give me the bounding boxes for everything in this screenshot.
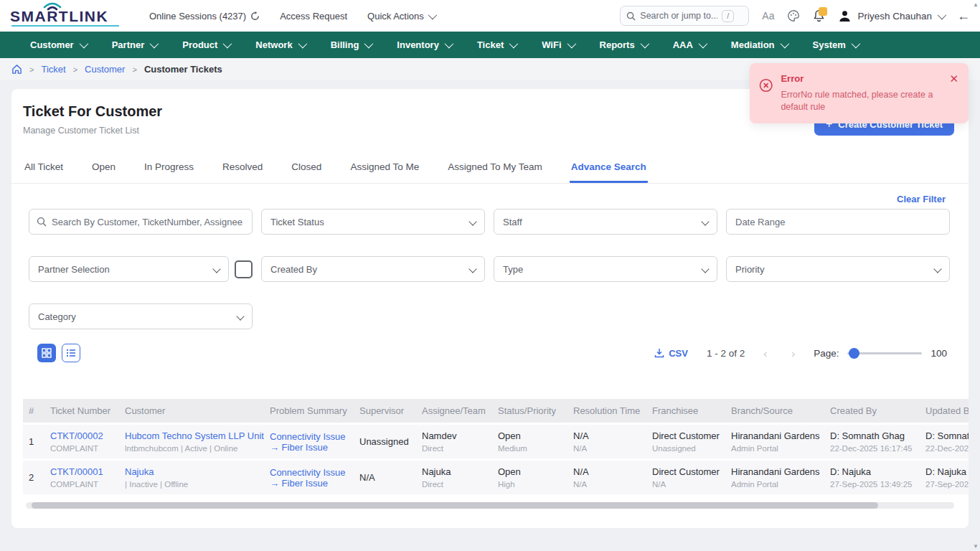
page-title: Ticket For Customer xyxy=(23,103,162,120)
toast-close-icon[interactable]: ✕ xyxy=(949,73,958,113)
category-dropdown[interactable]: Category xyxy=(29,303,253,329)
table-row[interactable]: 2 CTKT/00001COMPLAINT Najuka| Inactive |… xyxy=(23,461,969,494)
nav-billing[interactable]: Billing xyxy=(331,39,372,50)
clear-filter-link[interactable]: Clear Filter xyxy=(897,194,946,204)
notifications-bell-icon[interactable] xyxy=(813,9,825,22)
error-toast: Error ErrorNo rule matched, please creat… xyxy=(750,63,969,123)
status-cell: Open xyxy=(498,466,562,477)
scroll-down-arrow[interactable]: ▼ xyxy=(973,543,979,550)
problem-summary-link[interactable]: Connectivity Issue xyxy=(270,467,348,478)
page-size-label: Page: xyxy=(814,348,839,359)
slider-knob[interactable] xyxy=(849,348,859,359)
grid-icon xyxy=(42,348,52,358)
refresh-icon[interactable] xyxy=(250,11,260,21)
breadcrumb-ticket[interactable]: Ticket xyxy=(41,64,65,75)
row-index: 1 xyxy=(29,436,39,447)
tab-in-progress[interactable]: In Progress xyxy=(143,154,195,183)
search-icon xyxy=(37,217,47,227)
scroll-up-arrow[interactable]: ▲ xyxy=(973,1,979,8)
chevron-down-icon xyxy=(567,39,576,49)
customer-link[interactable]: Najuka xyxy=(125,466,258,477)
created-by-cell: D: Najuka xyxy=(830,466,914,477)
tab-advance-search[interactable]: Advance Search xyxy=(570,154,648,183)
branch-cell: Hiranandani Gardens xyxy=(731,430,819,441)
nav-product[interactable]: Product xyxy=(182,39,230,50)
nav-system[interactable]: System xyxy=(813,39,858,50)
chevron-down-icon xyxy=(780,39,789,49)
customer-link[interactable]: Hubcom Techno System LLP Unit xyxy=(125,430,258,441)
ticket-number-link[interactable]: CTKT/00001 xyxy=(50,466,113,477)
date-range-field[interactable] xyxy=(726,209,950,235)
chevron-down-icon xyxy=(223,39,232,49)
list-view-button[interactable] xyxy=(62,344,80,362)
global-search-input[interactable] xyxy=(640,11,717,21)
staff-dropdown[interactable]: Staff xyxy=(494,209,717,235)
chevron-down-icon xyxy=(509,39,519,49)
nav-network[interactable]: Network xyxy=(255,39,304,50)
tab-open[interactable]: Open xyxy=(90,154,117,183)
partner-selection-dropdown[interactable]: Partner Selection xyxy=(29,256,229,282)
table-row[interactable]: 1 CTKT/00002COMPLAINT Hubcom Techno Syst… xyxy=(23,425,969,458)
quick-actions-menu[interactable]: Quick Actions xyxy=(367,11,435,22)
smartlink-logo[interactable]: SMARTLINK xyxy=(10,1,131,30)
page-size-slider[interactable] xyxy=(847,352,922,354)
tab-all-ticket[interactable]: All Ticket xyxy=(23,154,65,183)
ticket-tabs: All Ticket Open In Progress Resolved Clo… xyxy=(11,154,969,184)
col-header-problem-summary: Problem Summary xyxy=(264,399,354,423)
tab-assigned-to-me[interactable]: Assigned To Me xyxy=(349,154,420,183)
global-search[interactable]: / xyxy=(620,6,749,26)
logo-text: SMARTLINK xyxy=(10,8,108,25)
resolution-cell: N/A xyxy=(573,466,641,477)
next-page-icon[interactable]: › xyxy=(791,347,795,359)
nav-customer[interactable]: Customer xyxy=(30,39,86,50)
grid-view-button[interactable] xyxy=(37,344,56,362)
tab-assigned-to-my-team[interactable]: Assigned To My Team xyxy=(446,154,544,183)
page-size-value: 100 xyxy=(930,348,947,359)
prev-page-icon[interactable]: ‹ xyxy=(763,347,767,359)
problem-summary-link[interactable]: Connectivity Issue xyxy=(270,431,348,442)
back-arrow-icon[interactable]: ← xyxy=(957,9,970,24)
user-name: Priyesh Chauhan xyxy=(857,11,932,22)
online-sessions[interactable]: Online Sessions (4237) xyxy=(149,11,260,22)
nav-wifi[interactable]: WiFi xyxy=(542,39,573,50)
type-dropdown[interactable]: Type xyxy=(494,256,717,282)
nav-inventory[interactable]: Inventory xyxy=(397,39,451,50)
branch-cell: Hiranandani Gardens xyxy=(731,466,819,477)
col-header-ticket-number: Ticket Number xyxy=(44,399,119,423)
priority-dropdown[interactable]: Priority xyxy=(726,256,950,282)
page-subtitle: Manage Customer Ticket List xyxy=(23,126,162,136)
text-size-toggle[interactable]: Aa xyxy=(762,10,774,22)
nav-reports[interactable]: Reports xyxy=(600,39,647,50)
breadcrumb-separator: > xyxy=(132,65,136,74)
pagination-range: 1 - 2 of 2 xyxy=(707,348,745,359)
filter-search-field[interactable] xyxy=(29,209,253,235)
breadcrumb-separator: > xyxy=(73,65,77,74)
csv-download-button[interactable]: CSV xyxy=(654,348,688,359)
ticket-status-dropdown[interactable]: Ticket Status xyxy=(261,209,485,235)
partner-filter-checkbox[interactable] xyxy=(235,260,253,278)
horizontal-scrollbar-thumb[interactable] xyxy=(32,502,878,509)
nav-aaa[interactable]: AAA xyxy=(673,39,705,50)
table-header-row: # Ticket Number Customer Problem Summary… xyxy=(23,399,969,423)
tab-closed[interactable]: Closed xyxy=(290,154,323,183)
home-icon[interactable] xyxy=(11,64,22,75)
date-range-input[interactable] xyxy=(735,217,941,227)
tab-resolved[interactable]: Resolved xyxy=(221,154,264,183)
access-request-link[interactable]: Access Request xyxy=(280,11,347,22)
col-header-created-by: Created By xyxy=(824,399,920,423)
row-index: 2 xyxy=(29,472,39,483)
nav-partner[interactable]: Partner xyxy=(112,39,157,50)
chevron-down-icon xyxy=(428,10,437,19)
filter-search-input[interactable] xyxy=(52,217,243,227)
created-by-dropdown[interactable]: Created By xyxy=(261,256,485,282)
horizontal-scrollbar[interactable] xyxy=(26,502,954,509)
breadcrumb-customer[interactable]: Customer xyxy=(85,64,125,75)
user-menu[interactable]: Priyesh Chauhan xyxy=(838,9,944,23)
chevron-down-icon xyxy=(701,265,709,273)
download-icon xyxy=(654,348,664,358)
ticket-number-link[interactable]: CTKT/00002 xyxy=(50,430,113,441)
nav-ticket[interactable]: Ticket xyxy=(477,39,516,50)
chevron-down-icon xyxy=(212,265,220,273)
nav-mediation[interactable]: Mediation xyxy=(731,39,787,50)
theme-palette-icon[interactable] xyxy=(787,9,800,22)
